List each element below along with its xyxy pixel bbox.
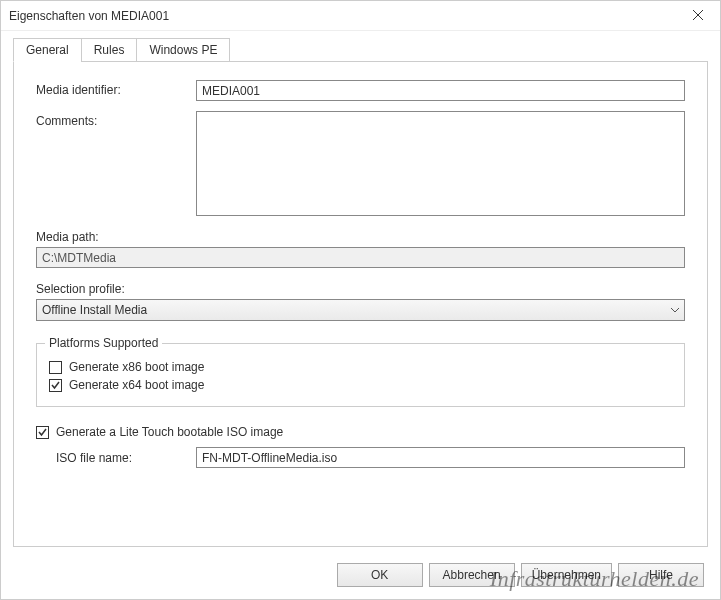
media-path-label: Media path: [36, 230, 685, 244]
gen-iso-row: Generate a Lite Touch bootable ISO image [36, 425, 685, 439]
tab-windows-pe[interactable]: Windows PE [136, 38, 230, 62]
media-path-input [36, 247, 685, 268]
comments-label: Comments: [36, 111, 196, 128]
comments-textarea[interactable] [196, 111, 685, 216]
media-path-group: Media path: [36, 230, 685, 268]
ok-button[interactable]: OK [337, 563, 423, 587]
close-icon [693, 9, 703, 23]
gen-iso-checkbox[interactable] [36, 426, 49, 439]
iso-filename-input[interactable] [196, 447, 685, 468]
chevron-down-icon [671, 303, 679, 317]
platforms-fieldset: Platforms Supported Generate x86 boot im… [36, 343, 685, 407]
media-identifier-label: Media identifier: [36, 80, 196, 97]
tab-rules[interactable]: Rules [81, 38, 138, 62]
selection-profile-group: Selection profile: Offline Install Media [36, 282, 685, 321]
platforms-legend: Platforms Supported [45, 336, 162, 350]
comments-row: Comments: [36, 111, 685, 216]
tab-panel-general: Media identifier: Comments: Media path: … [13, 61, 708, 547]
window-title: Eigenschaften von MEDIA001 [9, 9, 169, 23]
cancel-button[interactable]: Abbrechen [429, 563, 515, 587]
selection-profile-value: Offline Install Media [42, 303, 147, 317]
close-button[interactable] [675, 1, 720, 30]
x64-checkbox-label: Generate x64 boot image [69, 378, 204, 392]
tab-strip: General Rules Windows PE [13, 38, 720, 62]
iso-section: Generate a Lite Touch bootable ISO image… [36, 425, 685, 468]
x86-checkbox-row: Generate x86 boot image [49, 360, 672, 374]
tab-general[interactable]: General [13, 38, 82, 62]
help-button[interactable]: Hilfe [618, 563, 704, 587]
selection-profile-select[interactable]: Offline Install Media [36, 299, 685, 321]
button-bar: OK Abbrechen Übernehmen Hilfe [1, 555, 720, 599]
apply-button[interactable]: Übernehmen [521, 563, 612, 587]
iso-filename-row: ISO file name: [36, 447, 685, 468]
iso-filename-label: ISO file name: [56, 451, 196, 465]
selection-profile-label: Selection profile: [36, 282, 685, 296]
properties-dialog: Eigenschaften von MEDIA001 General Rules… [0, 0, 721, 600]
x64-checkbox[interactable] [49, 379, 62, 392]
media-identifier-input[interactable] [196, 80, 685, 101]
media-identifier-row: Media identifier: [36, 80, 685, 101]
x86-checkbox-label: Generate x86 boot image [69, 360, 204, 374]
x64-checkbox-row: Generate x64 boot image [49, 378, 672, 392]
x86-checkbox[interactable] [49, 361, 62, 374]
gen-iso-label: Generate a Lite Touch bootable ISO image [56, 425, 283, 439]
titlebar: Eigenschaften von MEDIA001 [1, 1, 720, 31]
